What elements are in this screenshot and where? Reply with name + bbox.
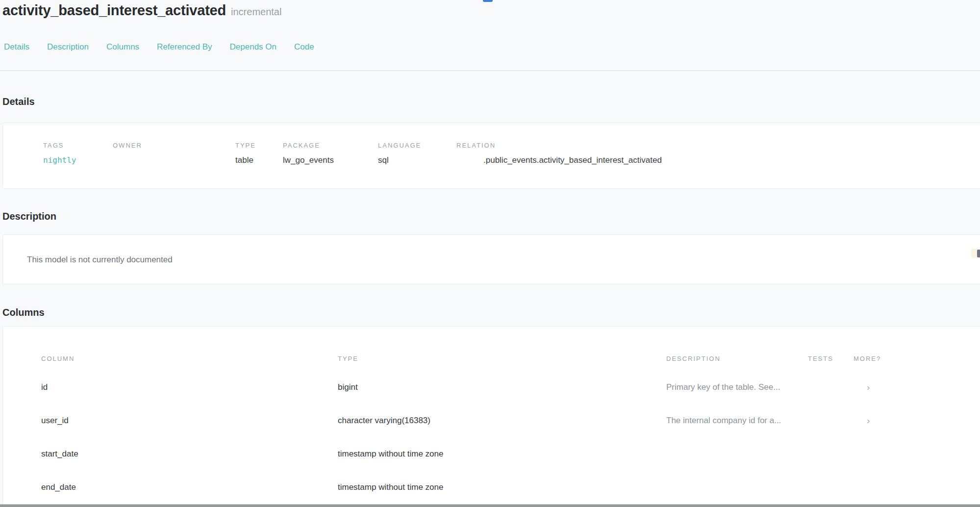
column-name: end_date bbox=[3, 471, 338, 504]
column-name: start_date bbox=[3, 437, 338, 471]
nav-item-columns[interactable]: Columns bbox=[106, 42, 139, 52]
header-column: COLUMN bbox=[3, 346, 338, 371]
column-name: id bbox=[3, 371, 338, 404]
column-name: user_id bbox=[3, 404, 338, 437]
language-label: LANGUAGE bbox=[378, 142, 456, 149]
page-title: activity_based_interest_activated bbox=[2, 2, 226, 18]
detail-field-type: TYPE table bbox=[235, 142, 283, 166]
columns-card: COLUMN TYPE DESCRIPTION TESTS MORE? id b… bbox=[2, 326, 980, 507]
columns-section-heading: Columns bbox=[2, 306, 45, 319]
column-description: Primary key of the table. See... bbox=[666, 371, 808, 404]
column-tests bbox=[808, 404, 854, 437]
description-section-heading: Description bbox=[2, 210, 56, 223]
materialization-badge: incremental bbox=[231, 6, 281, 17]
detail-field-package: PACKAGE lw_go_events bbox=[283, 142, 378, 166]
bottom-edge-bar bbox=[0, 504, 980, 507]
detail-field-tags: TAGS nightly bbox=[43, 142, 113, 166]
package-value: lw_go_events bbox=[283, 155, 378, 166]
nav-item-details[interactable]: Details bbox=[4, 42, 29, 52]
header-more: MORE? bbox=[854, 346, 980, 371]
columns-table: COLUMN TYPE DESCRIPTION TESTS MORE? id b… bbox=[3, 346, 980, 504]
header-tests: TESTS bbox=[808, 346, 854, 371]
column-tests bbox=[808, 371, 854, 404]
header-type: TYPE bbox=[338, 346, 666, 371]
column-tests bbox=[808, 471, 854, 504]
details-section-heading: Details bbox=[2, 95, 35, 108]
column-tests bbox=[808, 437, 854, 471]
model-header: activity_based_interest_activatedincreme… bbox=[2, 0, 281, 23]
tags-label: TAGS bbox=[43, 142, 113, 149]
column-description bbox=[666, 471, 808, 504]
details-fields: TAGS nightly OWNER TYPE table PACKAGE lw… bbox=[43, 142, 980, 166]
tag-link-nightly[interactable]: nightly bbox=[43, 155, 113, 166]
cutoff-edit-button[interactable] bbox=[977, 250, 980, 257]
header-divider bbox=[0, 70, 980, 71]
column-description: The internal company id for a... bbox=[666, 404, 808, 437]
type-label: TYPE bbox=[235, 142, 283, 149]
nav-item-depends-on[interactable]: Depends On bbox=[230, 42, 276, 52]
detail-field-relation: RELATION .public_events.activity_based_i… bbox=[456, 142, 980, 166]
column-type: timestamp without time zone bbox=[338, 437, 666, 471]
language-value: sql bbox=[378, 155, 456, 166]
type-value: table bbox=[235, 155, 283, 166]
column-type: bigint bbox=[338, 371, 666, 404]
chevron-right-icon[interactable]: › bbox=[867, 382, 870, 392]
nav-item-code[interactable]: Code bbox=[294, 42, 314, 52]
detail-field-owner: OWNER bbox=[113, 142, 235, 155]
table-row-start-date[interactable]: start_date timestamp without time zone bbox=[3, 437, 980, 471]
relation-value: .public_events.activity_based_interest_a… bbox=[456, 155, 980, 166]
nav-item-referenced-by[interactable]: Referenced By bbox=[157, 42, 212, 52]
cutoff-button-fragment bbox=[483, 0, 493, 2]
package-label: PACKAGE bbox=[283, 142, 378, 149]
section-nav: Details Description Columns Referenced B… bbox=[4, 42, 314, 52]
description-text: This model is not currently documented bbox=[27, 254, 980, 265]
chevron-right-icon[interactable]: › bbox=[867, 416, 870, 425]
detail-field-language: LANGUAGE sql bbox=[378, 142, 456, 166]
column-type: timestamp without time zone bbox=[338, 471, 666, 504]
relation-label: RELATION bbox=[456, 142, 980, 149]
owner-label: OWNER bbox=[113, 142, 235, 149]
nav-item-description[interactable]: Description bbox=[47, 42, 89, 52]
table-row-id[interactable]: id bigint Primary key of the table. See.… bbox=[3, 371, 980, 404]
column-description bbox=[666, 437, 808, 471]
columns-table-header-row: COLUMN TYPE DESCRIPTION TESTS MORE? bbox=[3, 346, 980, 371]
table-row-end-date[interactable]: end_date timestamp without time zone bbox=[3, 471, 980, 504]
details-card: TAGS nightly OWNER TYPE table PACKAGE lw… bbox=[2, 123, 980, 189]
table-row-user-id[interactable]: user_id character varying(16383) The int… bbox=[3, 404, 980, 437]
column-type: character varying(16383) bbox=[338, 404, 666, 437]
description-card: This model is not currently documented bbox=[2, 234, 980, 284]
header-description: DESCRIPTION bbox=[666, 346, 808, 371]
